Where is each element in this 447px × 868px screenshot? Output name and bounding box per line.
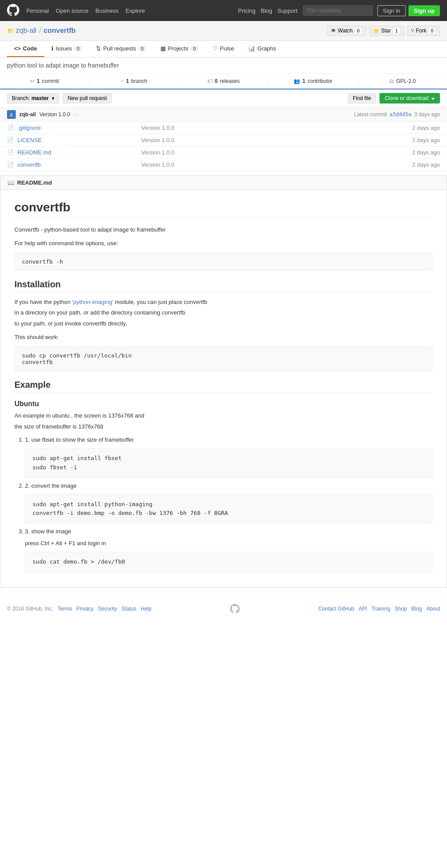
- header-support[interactable]: Support: [277, 7, 298, 14]
- book-icon: 📖: [7, 179, 14, 186]
- repo-description: python tool to adapt image to framebuffe…: [7, 62, 119, 69]
- tab-pulse[interactable]: ♡ Pulse: [206, 41, 241, 57]
- find-file-button[interactable]: Find file: [348, 93, 376, 104]
- signin-button[interactable]: Sign in: [377, 5, 406, 16]
- branch-label: Branch:: [12, 95, 32, 101]
- footer-terms[interactable]: Terms: [58, 606, 72, 612]
- tab-pullrequests[interactable]: ⇅ Pull requests 0: [89, 41, 153, 57]
- readme-step3-code: sudo cat demo.fb > /dev/fb0: [25, 552, 433, 572]
- footer-shop[interactable]: Shop: [395, 606, 407, 612]
- tab-graphs[interactable]: 📊 Graphs: [241, 41, 283, 57]
- readme-install-p3: to your path, or just invoke convertfb d…: [14, 319, 433, 329]
- tab-code[interactable]: <> Code: [7, 41, 44, 57]
- repo-title: 📁 zqb-all / convertfb: [7, 27, 76, 35]
- footer-logo: [230, 604, 240, 614]
- header-search-container: [303, 5, 373, 16]
- readme-example-title: Example: [14, 380, 433, 393]
- issues-icon: ℹ: [51, 45, 53, 52]
- file-link[interactable]: LICENSE: [18, 137, 42, 143]
- readme-step2: 2. convert the image sudo apt-get instal…: [25, 482, 433, 524]
- commit-dots: ···: [74, 111, 78, 118]
- nav-personal[interactable]: Personal: [26, 7, 49, 14]
- header-nav: Personal Open source Business Explore: [26, 7, 145, 14]
- file-link[interactable]: README.md: [18, 149, 51, 156]
- file-link[interactable]: .gitignore: [18, 125, 41, 131]
- readme-help-text: For help with command line options, use:: [14, 239, 433, 248]
- fork-button[interactable]: ⑂ Fork 0: [407, 25, 440, 36]
- readme-title: convertfb: [14, 200, 433, 218]
- footer-copyright: © 2016 GitHub, Inc.: [7, 606, 53, 612]
- readme-ubuntu-p1: An example in ubuntu , the screen is 137…: [14, 411, 433, 421]
- commit-hash-link[interactable]: a3d4d5e: [390, 111, 412, 118]
- stat-branches[interactable]: ⑂ 1 branch: [89, 75, 179, 87]
- readme-step3-text: press Ctrl + Alt + F1 and login in: [25, 539, 433, 548]
- pulse-icon: ♡: [213, 45, 218, 52]
- stat-license[interactable]: ⚖ GPL-2.0: [358, 75, 447, 87]
- watch-button[interactable]: 👁 Watch 0: [327, 25, 366, 36]
- file-icon: 📄: [7, 137, 14, 143]
- stat-commits[interactable]: ↩ 1 commit: [0, 75, 89, 87]
- caret-down-icon: ▾: [52, 95, 54, 101]
- graphs-icon: 📊: [248, 45, 255, 52]
- clone-download-button[interactable]: Clone or download: [380, 93, 440, 104]
- avatar: z: [7, 110, 16, 119]
- branch-current: master: [32, 95, 49, 101]
- tag-icon: 🏷: [207, 78, 213, 84]
- branch-selector[interactable]: Branch: master ▾: [7, 93, 59, 104]
- footer-about[interactable]: About: [426, 606, 440, 612]
- header-blog[interactable]: Blog: [261, 7, 272, 14]
- clone-download-label: Clone or download: [385, 95, 429, 101]
- nav-business[interactable]: Business: [96, 7, 119, 14]
- readme-install-p1: If you have the python 'python-imaging' …: [14, 298, 433, 307]
- footer-contact[interactable]: Contact GitHub: [318, 606, 354, 612]
- signup-button[interactable]: Sign up: [408, 5, 440, 16]
- footer-api[interactable]: API: [358, 606, 367, 612]
- star-button[interactable]: ⭐ Star 1: [369, 25, 404, 36]
- python-imaging-link[interactable]: 'python-imaging': [72, 299, 114, 305]
- latest-commit-label: Latest commit: [354, 111, 387, 118]
- commit-message: Version 1.0.0: [39, 111, 70, 118]
- tab-issues[interactable]: ℹ Issues 0: [44, 41, 89, 57]
- readme-desc: Convertfb - python-based tool to adapt i…: [14, 225, 433, 235]
- readme-install-p4: This should work:: [14, 333, 433, 342]
- footer-security[interactable]: Security: [98, 606, 117, 612]
- header-pricing[interactable]: Pricing: [238, 7, 255, 14]
- search-input[interactable]: [303, 5, 373, 16]
- footer-privacy[interactable]: Privacy: [76, 606, 93, 612]
- fork-count: 0: [428, 27, 436, 34]
- footer-help[interactable]: Help: [141, 606, 152, 612]
- footer-status[interactable]: Status: [121, 606, 136, 612]
- file-icon: 📄: [7, 125, 14, 131]
- nav-opensource[interactable]: Open source: [56, 7, 88, 14]
- fork-icon: ⑂: [411, 28, 414, 34]
- repo-actions: 👁 Watch 0 ⭐ Star 1 ⑂ Fork 0: [327, 25, 440, 36]
- nav-explore[interactable]: Explore: [126, 7, 145, 14]
- repo-owner-link[interactable]: zqb-all: [16, 27, 36, 35]
- footer-training[interactable]: Training: [372, 606, 390, 612]
- readme-step1: 1. use fbset to show the size of framebu…: [25, 436, 433, 478]
- tab-projects[interactable]: ▦ Projects 0: [153, 41, 206, 57]
- readme-step2-code: sudo apt-get install python-imaging conv…: [25, 494, 433, 524]
- commit-icon: ↩: [30, 78, 35, 84]
- readme-header: README.md: [17, 179, 52, 186]
- commit-time: 3 days ago: [414, 111, 440, 118]
- new-pull-request-button[interactable]: New pull request: [63, 93, 111, 104]
- readme-step1-code: sudo apt-get install fbset sudo fbset -i: [25, 448, 433, 478]
- watch-icon: 👁: [331, 28, 336, 34]
- commit-username[interactable]: zqb-all: [19, 111, 36, 118]
- license-icon: ⚖: [389, 78, 394, 84]
- branch-icon: ⑂: [121, 78, 124, 84]
- file-row: 📄 LICENSE Version 1.0.0 2 days ago: [0, 134, 447, 146]
- repo-name-link[interactable]: convertfb: [44, 27, 76, 35]
- watch-count: 0: [355, 27, 362, 34]
- readme-help-code: convertfb -h: [14, 253, 433, 271]
- readme-install-code: sudo cp convertfb /usr/local/bin convert…: [14, 346, 433, 371]
- readme-installation-title: Installation: [14, 279, 433, 293]
- stat-contributors[interactable]: 👥 1 contributor: [269, 75, 358, 87]
- github-logo[interactable]: [7, 4, 19, 18]
- file-icon: 📄: [7, 161, 14, 168]
- footer-blog[interactable]: Blog: [412, 606, 422, 612]
- stat-releases[interactable]: 🏷 0 releases: [179, 75, 268, 87]
- file-row: 📄 convertfb Version 1.0.0 2 days ago: [0, 159, 447, 171]
- file-link[interactable]: convertfb: [18, 161, 41, 168]
